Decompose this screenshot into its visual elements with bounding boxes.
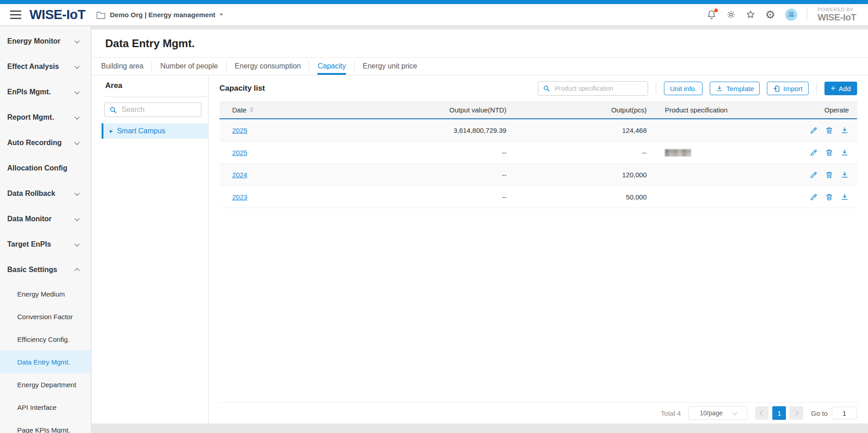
tab-number-of-people[interactable]: Number of people [152,58,226,75]
sidebar-item-auto-recording[interactable]: Auto Recording [0,130,91,156]
sidebar-item-effect-analysis[interactable]: Effect Analysis [0,54,91,79]
output-value-cell: -- [315,193,507,201]
sidebar-item-energy-monitor[interactable]: Energy Monitor [0,29,91,54]
tab-capacity[interactable]: Capacity [309,58,354,75]
sidebar-item-report-mgmt[interactable]: Report Mgmt. [0,105,91,130]
top-accent-strip [0,0,868,4]
template-button[interactable]: Template [710,82,760,95]
edit-icon[interactable] [809,193,818,201]
avatar[interactable]: 温 [785,9,797,21]
date-link[interactable]: 2025 [232,126,247,134]
delete-icon[interactable] [825,170,834,179]
sidebar-subitem-energy-medium[interactable]: Energy Medium [0,282,91,305]
search-icon [543,85,550,92]
output-pcs-cell: 50,000 [507,193,647,201]
column-header-product-spec: Product specification [647,106,793,114]
org-selector[interactable]: Demo Org | Energy management [96,11,223,19]
tab-building-area[interactable]: Building area [93,58,151,75]
edit-icon[interactable] [809,126,818,135]
sidebar-subitem-api-interface[interactable]: API Interface [0,396,91,418]
sidebar-item-data-rollback[interactable]: Data Rollback [0,181,91,206]
date-link[interactable]: 2025 [232,149,247,156]
redacted-product-spec [665,149,691,156]
chevron-down-icon [74,89,79,94]
download-icon[interactable] [840,170,849,179]
capacity-panel: Capacity list Unit info. Template Import [209,76,868,423]
output-pcs-cell: 120,000 [507,171,647,179]
org-label: Demo Org | Energy management [110,11,215,19]
tab-energy-consumption[interactable]: Energy consumption [227,58,309,75]
sidebar-item-basic-settings[interactable]: Basic Settings [0,257,91,282]
output-pcs-cell: 124,468 [507,126,647,134]
column-header-output-value: Output value(NTD) [315,106,507,114]
sidebar-subitem-page-kpis-mgmt[interactable]: Page KPIs Mgmt. [0,418,91,433]
import-button[interactable]: Import [767,82,809,95]
sidebar-item-label: Target EnPIs [7,240,51,248]
sidebar-item-label: Effect Analysis [7,63,59,71]
sidebar-subitem-energy-department[interactable]: Energy Department [0,373,91,396]
gear-icon[interactable]: ⚙ [765,9,775,20]
add-button[interactable]: + Add [824,82,857,95]
sidebar-subitem-efficiency-config[interactable]: Efficiency Config. [0,328,91,350]
header-divider [807,9,807,20]
next-page-button[interactable] [790,406,803,420]
download-icon [716,85,723,92]
unit-info-button[interactable]: Unit info. [664,82,702,95]
goto-page-input[interactable] [832,407,857,419]
goto-label: Go to [811,409,828,417]
download-icon[interactable] [840,126,849,135]
edit-icon[interactable] [809,170,818,179]
sidebar-subitem-data-entry-mgmt[interactable]: Data Entry Mgmt. [0,350,91,373]
sidebar-item-label: Basic Settings [7,266,57,274]
date-link[interactable]: 2023 [232,193,247,201]
chevron-down-icon [74,114,79,119]
sidebar-item-label: Data Monitor [7,215,52,223]
column-header-operate: Operate [793,106,857,114]
tab-energy-unit-price[interactable]: Energy unit price [355,58,425,75]
chevron-down-icon [219,14,223,16]
table-header: Date Output value(NTD) Output(pcs) Produ… [219,101,857,119]
output-value-cell: 3,614,800,729.39 [315,126,507,134]
chevron-down-icon [74,140,79,145]
star-icon[interactable] [746,10,756,19]
delete-icon[interactable] [825,126,834,135]
output-pcs-cell: -- [507,149,647,156]
delete-icon[interactable] [825,193,834,201]
hamburger-menu-icon[interactable] [10,10,21,19]
chevron-down-icon [74,63,79,68]
main-content: Data Entry Mgmt. Building areaNumber of … [92,29,868,423]
sidebar-item-target-enpis[interactable]: Target EnPIs [0,232,91,257]
tree-item-smart-campus[interactable]: ▶ Smart Campus [102,123,208,139]
product-spec-search-box [538,81,648,96]
delete-icon[interactable] [825,148,834,157]
edit-icon[interactable] [809,148,818,157]
download-icon[interactable] [840,193,849,201]
product-spec-search-input[interactable] [554,84,643,92]
bell-icon[interactable] [707,10,717,19]
sidebar-item-label: Report Mgmt. [7,113,54,122]
date-link[interactable]: 2024 [232,171,247,179]
chevron-left-icon [760,410,765,415]
column-header-output-pcs: Output(pcs) [507,106,647,114]
area-search-input[interactable] [121,105,196,114]
sidebar-item-enpls-mgmt[interactable]: EnPls Mgmt. [0,79,91,105]
per-page-select[interactable]: 10/page [688,406,747,420]
table-row: 2023 -- 50,000 [219,186,857,208]
area-search-box [104,102,201,117]
toolbar-divider [816,83,817,94]
brightness-icon[interactable] [726,10,736,19]
sidebar-item-data-monitor[interactable]: Data Monitor [0,206,91,232]
prev-page-button[interactable] [755,406,769,420]
sidebar-item-allocation-config[interactable]: Allocation Config [0,156,91,181]
powered-by-logo: POWERED BY WISE-IoT [818,7,856,22]
page-number-button[interactable]: 1 [772,406,786,420]
download-icon[interactable] [840,148,849,157]
toolbar-divider [656,83,656,94]
chevron-right-icon [794,410,799,415]
tree-expand-icon[interactable]: ▶ [110,129,113,133]
sort-icon[interactable] [250,107,254,112]
page-title: Data Entry Mgmt. [105,37,195,50]
sidebar-subitem-conversion-factor[interactable]: Conversion Factor [0,305,91,328]
search-icon [109,106,117,114]
pagination-bar: Total 4 10/page 1 Go to [219,402,857,423]
